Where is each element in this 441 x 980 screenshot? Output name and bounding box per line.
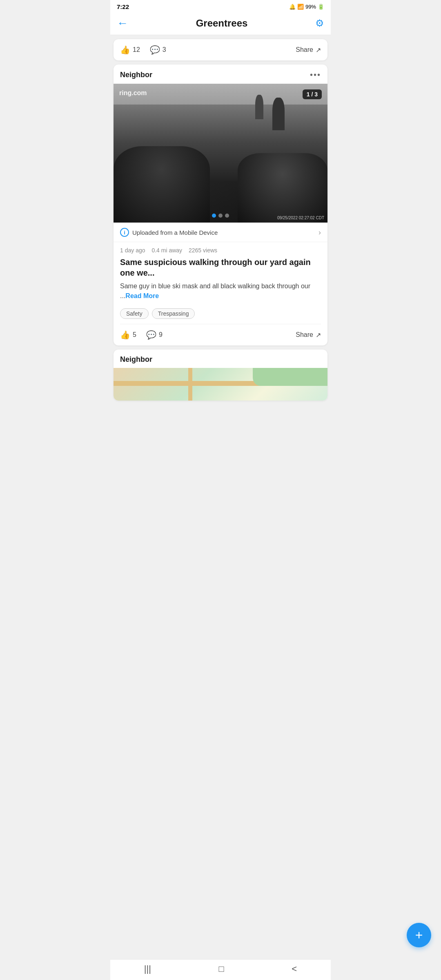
camera-image: ring.com 1 / 3 09/25/2022 02:27:02 CDT: [114, 84, 327, 223]
distance: 0.4 mi away: [151, 247, 182, 254]
like-item: 👍 12: [120, 45, 140, 55]
like-item-2: 👍 5: [120, 330, 136, 340]
info-row[interactable]: i Uploaded from a Mobile Device ›: [114, 223, 327, 242]
post-meta: 1 day ago 0.4 mi away 2265 views: [120, 247, 321, 254]
back-button[interactable]: ←: [117, 17, 128, 30]
time-ago: 1 day ago: [120, 247, 145, 254]
share-button[interactable]: Share ↗: [296, 46, 321, 54]
cam-tree2: [255, 95, 263, 119]
info-text: i Uploaded from a Mobile Device: [120, 228, 218, 237]
dot-3: [225, 214, 229, 218]
wifi-icon: 📶: [297, 4, 304, 10]
map-road-vertical: [188, 368, 192, 401]
like-count-2: 5: [133, 331, 136, 339]
status-bar: 7:22 🔔 📶 99% 🔋: [110, 0, 331, 12]
third-post-author: Neighbor: [120, 355, 152, 364]
image-dots: [212, 214, 229, 218]
read-more-link[interactable]: Read More: [125, 292, 159, 299]
views: 2265 views: [189, 247, 217, 254]
thumbs-up-icon: 👍: [120, 45, 130, 55]
comment-icon-2: 💬: [146, 330, 156, 340]
share-label: Share: [296, 46, 313, 53]
card-header: Neighbor •••: [114, 65, 327, 84]
map-area: [114, 368, 327, 401]
top-nav: ← Greentrees ⚙: [110, 12, 331, 35]
third-card: Neighbor: [114, 350, 327, 401]
comment-count-2: 9: [159, 331, 163, 339]
thumbs-up-icon-2: 👍: [120, 330, 130, 340]
cam-car-left: [114, 146, 210, 223]
tags-container: Safety Trespassing: [114, 304, 327, 324]
tag-trespassing[interactable]: Trespassing: [152, 308, 195, 319]
post-title: Same suspicious walking through our yard…: [120, 257, 321, 278]
tag-safety[interactable]: Safety: [120, 308, 149, 319]
battery-icon: 🔋: [318, 4, 324, 10]
dot-2: [218, 214, 223, 218]
third-card-header: Neighbor: [114, 350, 327, 368]
map-green-area: [253, 368, 327, 386]
cam-scene: [114, 84, 327, 223]
cam-tree: [272, 98, 285, 130]
comment-count: 3: [163, 46, 166, 53]
battery-level: 99%: [305, 4, 316, 10]
comment-icon: 💬: [150, 45, 160, 55]
share-button-2[interactable]: Share ↗: [296, 331, 321, 339]
info-icon: i: [120, 228, 129, 237]
reactions-bar: 👍 12 💬 3 Share ↗: [114, 39, 327, 60]
image-timestamp: 09/25/2022 02:27:02 CDT: [277, 216, 324, 220]
post-author: Neighbor: [120, 71, 152, 79]
page-title: Greentrees: [196, 18, 248, 29]
image-counter: 1 / 3: [303, 89, 322, 99]
settings-button[interactable]: ⚙: [315, 18, 324, 29]
share-icon-2: ↗: [316, 331, 321, 339]
info-label: Uploaded from a Mobile Device: [132, 229, 218, 236]
notification-icon: 🔔: [289, 4, 296, 10]
comment-item: 💬 3: [150, 45, 166, 55]
comment-item-2: 💬 9: [146, 330, 163, 340]
status-icons: 🔔 📶 99% 🔋: [289, 4, 324, 10]
share-icon: ↗: [316, 46, 321, 54]
second-card: Neighbor ••• ring.com 1 / 3 09/25/2022 0…: [114, 65, 327, 345]
ring-watermark: ring.com: [119, 89, 147, 97]
dot-1: [212, 214, 216, 218]
cam-car-right: [238, 153, 327, 223]
more-options-button[interactable]: •••: [310, 70, 321, 80]
status-time: 7:22: [117, 3, 129, 10]
first-card: 👍 12 💬 3 Share ↗: [114, 39, 327, 60]
like-count: 12: [133, 46, 140, 53]
info-chevron-icon: ›: [318, 228, 321, 237]
post-content: 1 day ago 0.4 mi away 2265 views Same su…: [114, 242, 327, 304]
second-reactions-bar: 👍 5 💬 9 Share ↗: [114, 324, 327, 345]
share-label-2: Share: [296, 331, 313, 339]
post-body: Same guy in blue ski mask and all black …: [120, 281, 321, 301]
